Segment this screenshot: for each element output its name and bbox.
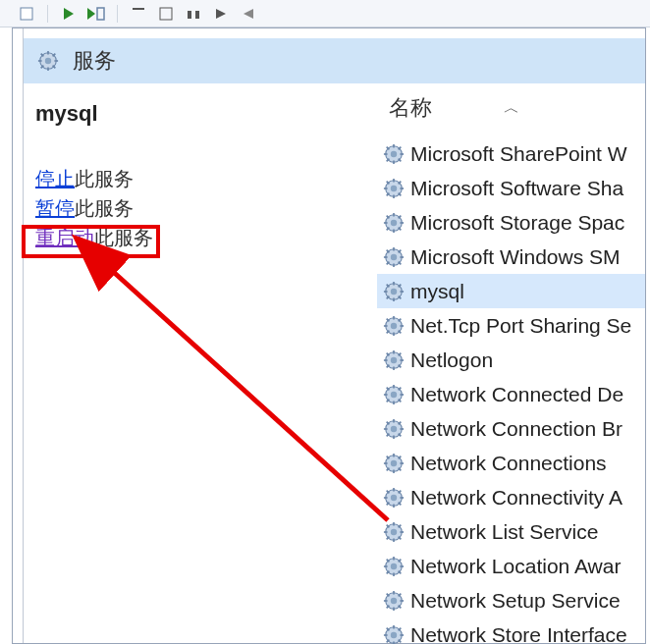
- column-name-label: 名称: [389, 93, 432, 123]
- service-row-label: mysql: [410, 280, 464, 303]
- toolbar-button-7[interactable]: [210, 4, 232, 24]
- list-column-header[interactable]: 名称 ︿: [377, 83, 645, 133]
- service-gear-icon: [383, 143, 405, 165]
- service-list-row[interactable]: Network Connection Br: [377, 411, 645, 446]
- selected-service-name: mysql: [35, 101, 365, 127]
- svg-rect-16: [188, 11, 191, 19]
- service-row-label: Microsoft Windows SM: [410, 245, 621, 269]
- service-row-label: Network Connections: [410, 452, 607, 475]
- service-gear-icon: [383, 521, 405, 543]
- svg-marker-18: [216, 9, 226, 19]
- service-list-row[interactable]: Microsoft Software Sha: [377, 171, 645, 205]
- service-row-label: Network Connected De: [410, 383, 623, 406]
- service-gear-icon: [383, 246, 405, 268]
- svg-marker-19: [244, 9, 253, 19]
- toolbar-button-5[interactable]: [155, 4, 177, 24]
- services-window: 服务 mysql 停止此服务 暂停此服务 重启动此服务 名称 ︿ Microso…: [12, 27, 646, 644]
- service-list[interactable]: Microsoft SharePoint WMicrosoft Software…: [377, 133, 645, 644]
- svg-rect-15: [160, 8, 172, 20]
- service-row-label: Netlogon: [410, 349, 493, 372]
- service-gear-icon: [383, 212, 405, 234]
- service-row-label: Microsoft SharePoint W: [410, 142, 627, 166]
- service-row-label: Microsoft Storage Spac: [410, 211, 624, 235]
- toolbar-run-button[interactable]: [58, 4, 80, 24]
- service-list-row[interactable]: Network Connected De: [377, 377, 645, 411]
- service-gear-icon: [383, 590, 405, 612]
- service-row-label: Network Connectivity A: [410, 486, 623, 510]
- service-detail-pane: mysql 停止此服务 暂停此服务 重启动此服务: [24, 83, 377, 633]
- pause-service-link[interactable]: 暂停: [35, 197, 75, 219]
- service-gear-icon: [383, 556, 405, 577]
- service-gear-icon: [383, 418, 405, 440]
- service-list-row[interactable]: Network Location Awar: [377, 549, 645, 583]
- stop-service-link[interactable]: 停止: [35, 168, 75, 189]
- pause-service-line: 暂停此服务: [35, 193, 365, 223]
- service-list-row[interactable]: mysql: [377, 274, 645, 308]
- toolbar-button-6[interactable]: [183, 4, 204, 24]
- svg-rect-17: [195, 11, 199, 19]
- toolbar-button-4[interactable]: [128, 4, 149, 24]
- service-list-row[interactable]: Microsoft Storage Spac: [377, 205, 645, 240]
- service-list-row[interactable]: Netlogon: [377, 343, 645, 377]
- service-list-row[interactable]: Network Setup Service: [377, 583, 645, 617]
- service-list-row[interactable]: Network Connections: [377, 446, 645, 480]
- service-row-label: Network List Service: [410, 520, 598, 544]
- service-gear-icon: [383, 281, 405, 302]
- toolbar-button-1[interactable]: [16, 4, 37, 24]
- svg-rect-14: [133, 8, 144, 10]
- service-list-row[interactable]: Network List Service: [377, 514, 645, 549]
- service-list-row[interactable]: Net.Tcp Port Sharing Se: [377, 308, 645, 343]
- service-gear-icon: [383, 349, 405, 371]
- toolbar-button-8[interactable]: [238, 4, 259, 24]
- toolbar-runwin-button[interactable]: [85, 4, 107, 24]
- top-toolbar: [0, 0, 650, 27]
- service-row-label: Network Setup Service: [410, 589, 621, 613]
- services-header-gear-icon: [37, 50, 59, 72]
- service-list-row[interactable]: Microsoft Windows SM: [377, 240, 645, 274]
- service-list-row[interactable]: Network Connectivity A: [377, 480, 645, 514]
- service-gear-icon: [383, 178, 405, 199]
- service-list-row[interactable]: Microsoft SharePoint W: [377, 136, 645, 171]
- services-header-title: 服务: [73, 46, 116, 76]
- service-gear-icon: [383, 315, 405, 337]
- service-gear-icon: [383, 384, 405, 405]
- services-header: 服务: [24, 38, 645, 83]
- service-list-row[interactable]: Network Store Interface: [377, 617, 645, 644]
- service-gear-icon: [383, 487, 405, 509]
- service-row-label: Net.Tcp Port Sharing Se: [410, 314, 631, 338]
- annotation-highlight-box: [22, 225, 160, 258]
- stop-service-line: 停止此服务: [35, 164, 365, 193]
- service-row-label: Network Location Awar: [410, 555, 621, 578]
- svg-rect-13: [21, 8, 32, 20]
- service-row-label: Network Connection Br: [410, 417, 623, 441]
- service-gear-icon: [383, 453, 405, 474]
- service-gear-icon: [383, 624, 405, 645]
- service-row-label: Microsoft Software Sha: [410, 177, 623, 200]
- service-list-pane: 名称 ︿ Microsoft SharePoint WMicrosoft Sof…: [377, 83, 645, 633]
- service-row-label: Network Store Interface: [410, 623, 627, 645]
- sort-caret-icon: ︿: [504, 98, 519, 119]
